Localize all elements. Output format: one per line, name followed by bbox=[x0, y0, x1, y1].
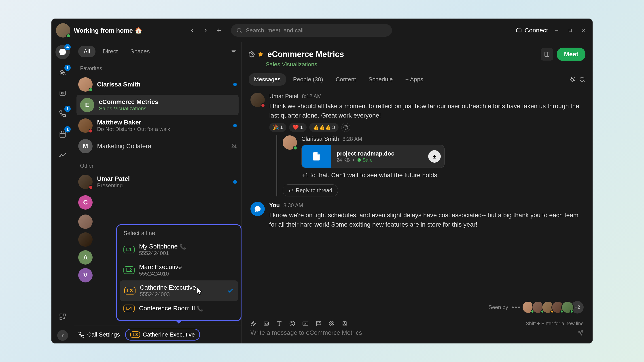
forward-button[interactable] bbox=[200, 24, 211, 36]
contact-card-icon bbox=[59, 90, 66, 97]
message: You8:30 AM I know we're on tight schedul… bbox=[250, 202, 584, 229]
search-icon bbox=[236, 27, 242, 33]
close-button[interactable] bbox=[579, 26, 588, 35]
line-item-selected[interactable]: L3 Catherine Executive5552424003 bbox=[120, 281, 238, 301]
mention-button[interactable] bbox=[329, 321, 334, 327]
apps-icon bbox=[59, 313, 66, 320]
send-button[interactable] bbox=[577, 330, 584, 336]
star-icon[interactable] bbox=[258, 51, 264, 57]
sidebar-tabs: All Direct Spaces bbox=[74, 42, 241, 61]
maximize-button[interactable] bbox=[566, 26, 575, 35]
section-label: Other bbox=[74, 160, 241, 172]
line-item[interactable]: L2 Marc Executive5552424010 bbox=[117, 260, 240, 281]
people-icon bbox=[59, 69, 66, 76]
person-button[interactable] bbox=[342, 321, 348, 327]
reaction[interactable]: 👍👍👍3 bbox=[309, 123, 338, 132]
search-icon bbox=[579, 76, 586, 83]
convo-item[interactable]: Clarissa Smith bbox=[74, 74, 241, 95]
bitmoji-button[interactable] bbox=[316, 321, 322, 327]
panel-button[interactable] bbox=[541, 48, 553, 60]
rail-apps[interactable] bbox=[56, 310, 70, 324]
reply-to-thread-button[interactable]: Reply to thread bbox=[283, 184, 338, 196]
gear-icon[interactable] bbox=[249, 51, 255, 57]
tab-all[interactable]: All bbox=[78, 46, 96, 57]
avatar[interactable] bbox=[250, 93, 265, 107]
minimize-button[interactable] bbox=[552, 26, 561, 35]
file-attachment[interactable]: project-roadmap.doc 24 KB•Safe bbox=[302, 145, 444, 168]
format-button[interactable] bbox=[276, 321, 282, 327]
convo-item-selected[interactable]: E eCommerce MetricsSales Visualizations bbox=[76, 95, 238, 115]
tab-schedule[interactable]: Schedule bbox=[363, 73, 398, 86]
convo-subtitle: Sales Visualizations bbox=[99, 105, 235, 112]
reaction[interactable]: 🎉1 bbox=[269, 123, 286, 132]
tab-people[interactable]: People (30) bbox=[288, 73, 328, 86]
connect-icon bbox=[516, 27, 522, 33]
seen-by-avatars: +2 bbox=[524, 301, 584, 314]
line-item[interactable]: L1 My Softphone 📞5552424001 bbox=[117, 239, 240, 260]
convo-item[interactable]: Umar PatelPresenting bbox=[74, 172, 241, 192]
line-badge: L3 bbox=[130, 331, 140, 338]
nav-rail: 4 1 1 1 bbox=[52, 42, 74, 344]
download-button[interactable] bbox=[428, 150, 441, 163]
unread-indicator bbox=[233, 124, 237, 127]
convo-item[interactable]: C bbox=[74, 192, 241, 213]
seen-by-more-icon[interactable]: ••• bbox=[512, 304, 521, 311]
user-avatar[interactable] bbox=[56, 23, 70, 37]
calendar-icon bbox=[59, 131, 66, 138]
tab-messages[interactable]: Messages bbox=[249, 73, 286, 86]
search-in-space-button[interactable] bbox=[579, 76, 586, 83]
svg-point-39 bbox=[580, 77, 584, 81]
convo-item[interactable]: M Marketing Collateral bbox=[74, 136, 241, 156]
message-text: I think we should all take a moment to r… bbox=[269, 101, 584, 120]
rail-calendar[interactable]: 1 bbox=[56, 127, 70, 141]
tab-direct[interactable]: Direct bbox=[97, 46, 123, 57]
pin-button[interactable] bbox=[569, 76, 576, 83]
svg-point-60 bbox=[344, 323, 345, 323]
message-input[interactable] bbox=[250, 329, 574, 336]
rail-analytics[interactable] bbox=[56, 148, 70, 162]
favorites-section: Favorites Clarissa Smith E eCommerce Met… bbox=[74, 61, 241, 158]
back-button[interactable] bbox=[186, 24, 198, 36]
add-reaction-button[interactable] bbox=[341, 123, 350, 132]
call-settings-button[interactable]: Call Settings bbox=[78, 331, 120, 338]
add-button[interactable] bbox=[213, 24, 225, 36]
search-bar[interactable] bbox=[231, 24, 392, 37]
line-item[interactable]: L4 Conference Room II 📞 bbox=[117, 301, 240, 316]
reaction[interactable]: ❤️1 bbox=[289, 123, 306, 132]
rail-teams[interactable]: 1 bbox=[56, 65, 70, 80]
attach-button[interactable] bbox=[250, 321, 256, 327]
meet-button[interactable]: Meet bbox=[557, 48, 586, 61]
section-label: Favorites bbox=[74, 62, 241, 74]
rail-messages[interactable]: 4 bbox=[56, 45, 70, 59]
connect-button[interactable]: Connect bbox=[516, 27, 548, 34]
room-title: eCommerce Metrics bbox=[268, 50, 344, 59]
avatar[interactable] bbox=[283, 135, 297, 150]
filter-button[interactable] bbox=[230, 48, 237, 55]
composer-toolbar: GIF Shift + Enter for a new line bbox=[250, 321, 584, 329]
rail-help[interactable] bbox=[57, 330, 68, 341]
svg-point-2 bbox=[237, 28, 241, 32]
screenshot-button[interactable] bbox=[264, 321, 269, 327]
tab-spaces[interactable]: Spaces bbox=[125, 46, 155, 57]
search-input[interactable] bbox=[246, 27, 386, 34]
chat-icon bbox=[254, 205, 261, 213]
gif-button[interactable]: GIF bbox=[302, 321, 308, 327]
seen-avatar[interactable] bbox=[561, 301, 574, 314]
tab-content[interactable]: Content bbox=[330, 73, 361, 86]
message-author: Clarissa Smith bbox=[302, 135, 339, 142]
emoji-button[interactable] bbox=[289, 321, 295, 327]
status-text[interactable]: Working from home 🏠 bbox=[74, 27, 142, 34]
popup-title: Select a line bbox=[117, 230, 240, 239]
convo-item[interactable]: Matthew BakerDo Not Disturb • Out for a … bbox=[74, 115, 241, 136]
file-icon bbox=[302, 145, 331, 168]
svg-point-14 bbox=[61, 92, 62, 93]
avatar[interactable] bbox=[250, 202, 265, 216]
selected-line-button[interactable]: L3 Catherine Executive bbox=[125, 329, 200, 341]
svg-rect-27 bbox=[60, 317, 62, 319]
rail-calls[interactable]: 1 bbox=[56, 107, 70, 121]
rail-badge: 1 bbox=[64, 64, 71, 71]
tab-apps[interactable]: + Apps bbox=[400, 73, 428, 86]
rail-contacts[interactable] bbox=[56, 86, 70, 100]
seen-by-label: Seen by bbox=[488, 304, 508, 310]
svg-rect-17 bbox=[60, 132, 65, 137]
